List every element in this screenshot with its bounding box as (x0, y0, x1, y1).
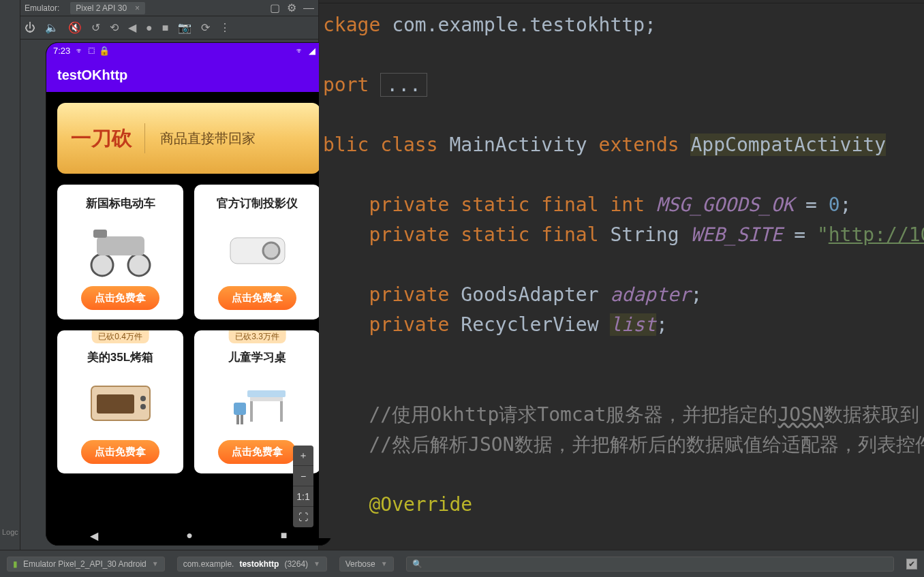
more-icon[interactable]: ⋮ (219, 21, 230, 34)
zoom-in-button[interactable]: ＋ (293, 446, 313, 466)
gear-icon[interactable]: ⚙ (287, 1, 296, 14)
code-editor[interactable]: ckage com.example.testokhttp; port ... b… (319, 0, 924, 538)
stop-icon[interactable]: ■ (162, 22, 169, 34)
product-image (217, 368, 298, 436)
free-get-button[interactable]: 点击免费拿 (218, 286, 296, 310)
code-annotation: @Override (323, 493, 472, 516)
product-grid: 新国标电动车 点击免费拿 官方订制投影仪 点击免费拿 已砍0.4万件 (57, 185, 320, 473)
panel-icon[interactable]: ▢ (270, 1, 280, 14)
svg-point-9 (140, 404, 146, 409)
free-get-button[interactable]: 点击免费拿 (218, 440, 296, 464)
code-token: WEB_SITE (690, 223, 782, 246)
free-get-button[interactable]: 点击免费拿 (81, 286, 159, 310)
svg-point-8 (140, 396, 146, 401)
code-token: GoodsAdapter (461, 283, 610, 306)
code-token: extends (599, 134, 691, 156)
device-selector[interactable]: ▮ Emulator Pixel_2_API_30 Android ▼ (7, 557, 165, 572)
process-selector[interactable]: com.example.testokhttp (3264) ▼ (177, 557, 327, 572)
product-image (80, 368, 161, 436)
code-token: AppCompatActivity (690, 134, 886, 156)
app-content[interactable]: 一刀砍 商品直接带回家 新国标电动车 点击免费拿 官方订制投影仪 (46, 92, 331, 526)
reload-icon[interactable]: ⟳ (201, 21, 210, 34)
process-label-c: (3264) (284, 559, 308, 569)
wifi-icon: ᯤ (296, 46, 305, 56)
code-token: blic class (323, 134, 449, 156)
product-title: 官方订制投影仪 (217, 196, 298, 211)
volume-up-icon[interactable]: 🔈 (45, 21, 59, 34)
logcat-tab-label[interactable]: Logc (2, 528, 18, 536)
zoom-out-button[interactable]: − (293, 466, 313, 486)
rotate-right-icon[interactable]: ⟲ (110, 21, 119, 34)
code-token: com.example.testokhttp (392, 14, 645, 36)
android-statusbar: 7:23 ᯤ ⬚ 🔒 ᯤ ◢ ▮ (46, 43, 331, 58)
product-card[interactable]: 新国标电动车 点击免费拿 (57, 185, 183, 319)
product-title: 新国标电动车 (86, 196, 155, 211)
code-token: RecyclerView (461, 313, 610, 336)
promo-banner[interactable]: 一刀砍 商品直接带回家 (57, 103, 320, 174)
logcat-toolbar: ▮ Emulator Pixel_2_API_30 Android ▼ com.… (0, 550, 924, 577)
code-token: http://10.0.2 (829, 223, 924, 246)
emulator-device-tab[interactable]: ▮ Pixel 2 API 30 × (70, 2, 145, 14)
banner-divider (144, 123, 145, 153)
screenshot-icon[interactable]: 📷 (178, 21, 191, 34)
code-token: list (610, 313, 656, 336)
code-token: MSG_GOODS_OK (656, 193, 794, 216)
nav-recent-icon[interactable]: ■ (281, 529, 288, 542)
code-token: MainActivity (449, 134, 598, 156)
product-image (80, 214, 161, 282)
code-token: private static final (323, 223, 610, 246)
free-get-button[interactable]: 点击免费拿 (81, 440, 159, 464)
app-bar: testOKhttp (46, 58, 331, 92)
back-icon[interactable]: ◀ (128, 21, 136, 34)
svg-rect-10 (247, 390, 286, 397)
record-icon[interactable]: ● (146, 22, 153, 34)
svg-rect-13 (280, 401, 283, 422)
regex-checkbox[interactable]: ✔ (906, 559, 917, 570)
code-fold[interactable]: ... (380, 73, 427, 97)
code-comment: //使用Okhttp请求Tomcat服务器，并把指定的 (323, 403, 777, 426)
banner-title: 一刀砍 (71, 125, 144, 153)
code-token: ; (840, 193, 852, 216)
log-search-input[interactable]: 🔍 (406, 557, 894, 572)
code-token: private (323, 313, 461, 336)
svg-point-0 (91, 254, 113, 276)
product-card[interactable]: 官方订制投影仪 点击免费拿 (194, 185, 320, 319)
banner-subtitle: 商品直接带回家 (160, 129, 256, 148)
close-icon[interactable]: × (135, 3, 140, 13)
svg-rect-16 (241, 415, 243, 424)
device-tab-label: Pixel 2 API 30 (76, 3, 127, 13)
status-left-icons: ᯤ ⬚ 🔒 (76, 46, 109, 56)
svg-rect-11 (250, 397, 283, 401)
svg-point-5 (263, 243, 279, 259)
code-content[interactable]: ckage com.example.testokhttp; port ... b… (319, 3, 924, 520)
ide-left-gutter: Logc (0, 0, 20, 550)
code-comment: JOSN (777, 403, 823, 426)
svg-rect-12 (250, 401, 253, 422)
minimize-icon[interactable]: — (303, 2, 314, 14)
svg-rect-15 (236, 415, 239, 424)
nav-back-icon[interactable]: ◀ (90, 529, 98, 542)
product-badge: 已砍3.3万件 (228, 330, 286, 343)
product-badge: 已砍0.4万件 (91, 330, 149, 343)
process-label-a: com.example. (183, 559, 234, 569)
code-comment: //然后解析JSON数据，并把解析后的数据赋值给适配器，列表控件添加 (323, 433, 924, 456)
code-token: = (782, 223, 817, 246)
chevron-down-icon: ▼ (381, 560, 388, 567)
svg-rect-7 (97, 394, 134, 414)
volume-down-icon[interactable]: 🔇 (68, 21, 82, 34)
rotate-left-icon[interactable]: ↺ (91, 21, 100, 34)
search-icon: 🔍 (412, 559, 422, 569)
zoom-fit-button[interactable]: ⛶ (293, 507, 313, 527)
product-title: 美的35L烤箱 (87, 349, 153, 365)
device-selector-label: Emulator Pixel_2_API_30 Android (23, 559, 147, 569)
log-level-selector[interactable]: Verbose ▼ (339, 557, 394, 572)
code-comment: 数据获取到，然后 (824, 403, 924, 426)
code-token: port (323, 74, 380, 96)
code-token: ckage (323, 14, 392, 36)
nav-home-icon[interactable]: ● (186, 529, 193, 542)
chevron-down-icon: ▼ (152, 560, 159, 567)
phone-frame: 7:23 ᯤ ⬚ 🔒 ᯤ ◢ ▮ testOKhttp 一刀砍 商品直接带回家 … (46, 42, 332, 546)
power-icon[interactable]: ⏻ (25, 22, 35, 34)
zoom-actual-button[interactable]: 1:1 (293, 486, 313, 507)
product-card[interactable]: 已砍0.4万件 美的35L烤箱 点击免费拿 (57, 330, 183, 473)
